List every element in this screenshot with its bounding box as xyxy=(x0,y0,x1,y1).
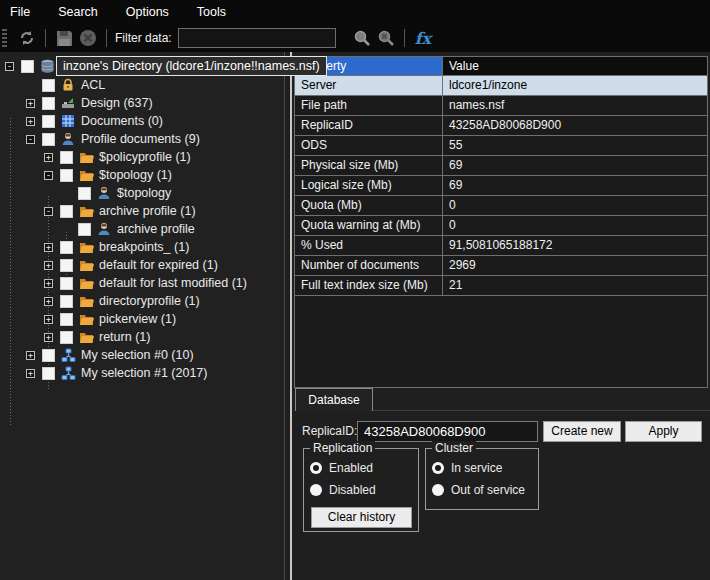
radio-button-icon[interactable] xyxy=(432,484,444,496)
collapse-icon[interactable]: - xyxy=(5,58,21,74)
tree-item-topology-doc[interactable]: $topology xyxy=(0,184,284,202)
toolbar-separator xyxy=(404,29,405,47)
expand-icon[interactable]: + xyxy=(26,95,42,111)
radio-cluster-in-service[interactable]: In service xyxy=(432,461,502,475)
tree-item-my-selection-0[interactable]: + My selection #0 (10) xyxy=(0,346,284,364)
checkbox[interactable] xyxy=(78,187,91,200)
expand-icon[interactable]: + xyxy=(26,365,42,381)
fx-icon[interactable]: fx xyxy=(415,29,431,48)
tree-item-breakpoints[interactable]: + breakpoints_ (1) xyxy=(0,238,284,256)
expand-icon[interactable]: + xyxy=(26,113,42,129)
radio-cluster-out-of-service[interactable]: Out of service xyxy=(432,483,525,497)
table-row[interactable]: Logical size (Mb) 69 xyxy=(295,176,707,196)
table-row[interactable]: Full text index size (Mb) 21 xyxy=(295,276,707,296)
checkbox[interactable] xyxy=(60,313,73,326)
table-row[interactable]: Number of documents 2969 xyxy=(295,256,707,276)
search-icon[interactable] xyxy=(352,28,372,48)
table-row[interactable]: ReplicaID 43258AD80068D900 xyxy=(295,116,707,136)
refresh-icon[interactable] xyxy=(17,28,37,48)
replicaid-input[interactable] xyxy=(357,421,538,442)
tree-item-profile-documents[interactable]: - Profile documents (9) xyxy=(0,130,284,148)
tree-item-my-selection-1[interactable]: + My selection #1 (2017) xyxy=(0,364,284,382)
tree-item-return[interactable]: + return (1) xyxy=(0,328,284,346)
table-row[interactable]: % Used 91,5081065188172 xyxy=(295,236,707,256)
checkbox[interactable] xyxy=(60,241,73,254)
table-row[interactable]: Quota (Mb) 0 xyxy=(295,196,707,216)
tree-item-archive-profile-folder[interactable]: - archive profile (1) xyxy=(0,202,284,220)
apply-button[interactable]: Apply xyxy=(625,421,702,442)
expand-icon[interactable]: + xyxy=(44,311,60,327)
checkbox[interactable] xyxy=(42,349,55,362)
table-row[interactable]: Physical size (Mb) 69 xyxy=(295,156,707,176)
clear-history-button[interactable]: Clear history xyxy=(311,507,412,528)
checkbox[interactable] xyxy=(42,367,55,380)
replicaid-label: ReplicaID: xyxy=(302,424,357,438)
column-header-value[interactable]: Value xyxy=(443,57,707,75)
expand-icon[interactable]: + xyxy=(26,347,42,363)
checkbox[interactable] xyxy=(21,60,34,73)
checkbox[interactable] xyxy=(60,205,73,218)
expand-icon[interactable]: + xyxy=(44,293,60,309)
radio-replication-enabled[interactable]: Enabled xyxy=(310,461,373,475)
expand-icon[interactable]: + xyxy=(44,329,60,345)
tree-item-policyprofile[interactable]: + $policyprofile (1) xyxy=(0,148,284,166)
radio-button-icon[interactable] xyxy=(310,484,322,496)
folder-icon xyxy=(78,149,94,165)
panel-splitter[interactable] xyxy=(290,52,292,580)
menu-options[interactable]: Options xyxy=(112,0,183,24)
table-row[interactable]: Quota warning at (Mb) 0 xyxy=(295,216,707,236)
property-grid-header[interactable]: Property Value xyxy=(295,56,707,76)
tree-view: - inzone's Directory (ldcore1/inzone!!na… xyxy=(0,56,284,382)
tree-panel: - inzone's Directory (ldcore1/inzone!!na… xyxy=(0,52,285,580)
menu-file[interactable]: File xyxy=(0,0,44,24)
checkbox[interactable] xyxy=(42,133,55,146)
radio-button-icon[interactable] xyxy=(432,462,444,474)
cancel-icon[interactable] xyxy=(78,28,98,48)
tree-item-root-database[interactable]: - inzone's Directory (ldcore1/inzone!!na… xyxy=(0,56,284,76)
tree-item-default-for-expired[interactable]: + default for expired (1) xyxy=(0,256,284,274)
tree-item-acl[interactable]: ACL xyxy=(0,76,284,94)
filter-input[interactable] xyxy=(178,28,336,48)
expand-icon[interactable]: + xyxy=(44,239,60,255)
collapse-icon[interactable]: - xyxy=(44,167,60,183)
expand-icon[interactable]: + xyxy=(44,275,60,291)
tree-item-archive-profile-doc[interactable]: archive profile xyxy=(0,220,284,238)
expand-icon[interactable]: + xyxy=(44,257,60,273)
tree-item-directoryprofile[interactable]: + directoryprofile (1) xyxy=(0,292,284,310)
checkbox[interactable] xyxy=(60,277,73,290)
checkbox[interactable] xyxy=(60,295,73,308)
collapse-icon[interactable]: - xyxy=(44,203,60,219)
table-row[interactable]: File path names.nsf xyxy=(295,96,707,116)
checkbox[interactable] xyxy=(42,97,55,110)
tree-item-pickerview[interactable]: + pickerview (1) xyxy=(0,310,284,328)
collapse-icon[interactable]: - xyxy=(26,131,42,147)
tree-item-topology-folder[interactable]: - $topology (1) xyxy=(0,166,284,184)
selection-icon xyxy=(60,347,76,363)
menu-search[interactable]: Search xyxy=(44,0,112,24)
create-new-button[interactable]: Create new xyxy=(543,421,621,442)
checkbox[interactable] xyxy=(60,151,73,164)
tab-database[interactable]: Database xyxy=(295,388,373,411)
table-row[interactable]: Server ldcore1/inzone xyxy=(295,76,707,96)
documents-icon xyxy=(60,113,76,129)
checkbox[interactable] xyxy=(42,115,55,128)
replication-groupbox: Replication Enabled Disabled Clear histo… xyxy=(303,448,419,532)
tree-item-default-for-last-modified[interactable]: + default for last modified (1) xyxy=(0,274,284,292)
cluster-group-title: Cluster xyxy=(432,441,476,455)
checkbox[interactable] xyxy=(78,223,91,236)
tree-item-design[interactable]: + Design (637) xyxy=(0,94,284,112)
menu-tools[interactable]: Tools xyxy=(183,0,240,24)
expand-icon[interactable]: + xyxy=(44,149,60,165)
save-icon[interactable] xyxy=(54,28,74,48)
radio-button-icon[interactable] xyxy=(310,462,322,474)
checkbox[interactable] xyxy=(60,259,73,272)
toolbar-grip-handle[interactable] xyxy=(2,29,7,47)
tree-root-label[interactable]: inzone's Directory (ldcore1/inzone!!name… xyxy=(56,56,327,76)
checkbox[interactable] xyxy=(60,169,73,182)
clear-search-icon[interactable] xyxy=(376,28,396,48)
checkbox[interactable] xyxy=(42,79,55,92)
checkbox[interactable] xyxy=(60,331,73,344)
table-row[interactable]: ODS 55 xyxy=(295,136,707,156)
radio-replication-disabled[interactable]: Disabled xyxy=(310,483,376,497)
tree-item-documents[interactable]: + Documents (0) xyxy=(0,112,284,130)
